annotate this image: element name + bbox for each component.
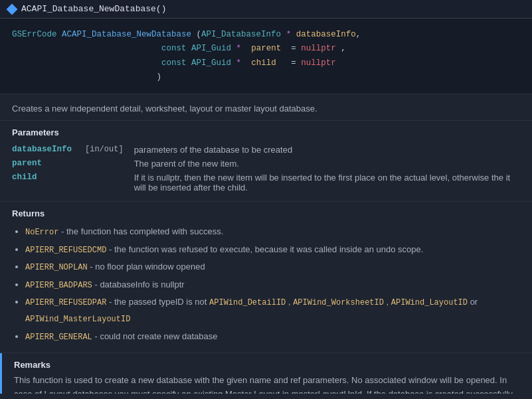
title-text: ACAPI_Database_NewDatabase() [21, 4, 166, 14]
parameters-title: Parameters [12, 127, 520, 137]
content-area[interactable]: GSErrCode ACAPI_Database_NewDatabase (AP… [0, 19, 532, 394]
signature-code: GSErrCode ACAPI_Database_NewDatabase (AP… [12, 28, 520, 84]
returns-item: APIERR_REFUSEDPAR - the passed typeID is… [25, 294, 520, 327]
returns-list: NoError - the function has completed wit… [12, 224, 520, 345]
param-row: childIf it is nullptr, then the new item… [12, 171, 520, 195]
description-text: Creates a new independent detail, worksh… [0, 94, 532, 121]
remarks-section: Remarks This function is used to create … [0, 353, 532, 394]
returns-item: APIERR_GENERAL - could not create new da… [25, 329, 520, 345]
signature-block: GSErrCode ACAPI_Database_NewDatabase (AP… [0, 19, 532, 94]
parameters-table: databaseInfo[in/out]parameters of the da… [12, 143, 520, 195]
title-bar: ACAPI_Database_NewDatabase() [0, 0, 532, 19]
returns-section: Returns NoError - the function has compl… [0, 202, 532, 353]
returns-item: APIERR_BADPARS - databaseInfo is nullptr [25, 277, 520, 293]
param-row: databaseInfo[in/out]parameters of the da… [12, 143, 520, 157]
returns-item: APIERR_NOPLAN - no floor plan window ope… [25, 259, 520, 276]
parameters-section: Parameters databaseInfo[in/out]parameter… [0, 121, 532, 202]
returns-item: APIERR_REFUSEDCMD - the function was ref… [25, 242, 520, 258]
returns-item: NoError - the function has completed wit… [25, 224, 520, 240]
remarks-title: Remarks [14, 360, 520, 370]
returns-title: Returns [12, 208, 520, 218]
remarks-text: This function is used to create a new da… [14, 374, 520, 394]
param-row: parentThe parent of the new item. [12, 157, 520, 171]
title-diamond-icon [7, 3, 18, 15]
